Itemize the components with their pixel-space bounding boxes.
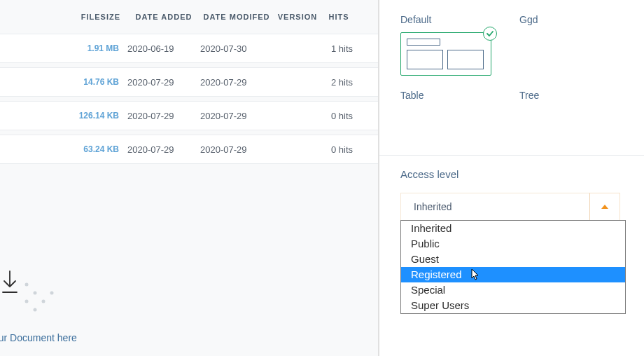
cell-filesize[interactable]: 126.14 KB	[0, 111, 127, 121]
select-option[interactable]: Special	[401, 282, 625, 298]
decorative-dots	[20, 256, 76, 313]
theme-label-default: Default	[400, 14, 491, 25]
cell-date-modified: 2020-07-29	[200, 144, 273, 155]
col-filesize[interactable]: FILESIZE	[0, 13, 127, 21]
settings-panel: Default Ggd Table	[379, 0, 644, 356]
theme-card-table[interactable]	[400, 108, 491, 139]
caret-up-icon	[601, 205, 608, 209]
cursor-icon	[471, 268, 481, 281]
cell-hits: 2 hits	[322, 77, 364, 88]
select-caret-button[interactable]	[589, 193, 620, 221]
theme-card-ggd[interactable]	[519, 32, 610, 70]
select-option[interactable]: Public	[401, 236, 625, 252]
cell-filesize[interactable]: 1.91 MB	[0, 43, 127, 53]
svg-point-2	[34, 292, 37, 295]
theme-label-table: Table	[400, 90, 491, 101]
cell-date-added: 2020-06-19	[127, 43, 200, 54]
col-version[interactable]: VERSION	[273, 13, 322, 21]
cell-hits: 0 hits	[322, 111, 364, 121]
cell-filesize[interactable]: 63.24 KB	[0, 144, 127, 154]
table-row[interactable]: 63.24 KB2020-07-292020-07-290 hits	[0, 135, 378, 164]
section-divider	[379, 155, 644, 156]
cell-date-added: 2020-07-29	[127, 77, 200, 88]
table-row[interactable]: 126.14 KB2020-07-292020-07-290 hits	[0, 101, 378, 130]
cell-date-modified: 2020-07-30	[200, 43, 273, 54]
svg-point-3	[25, 283, 29, 287]
table-row[interactable]: 1.91 MB2020-06-192020-07-301 hits	[0, 34, 378, 63]
col-date-modified[interactable]: DATE MODIFED	[200, 13, 273, 21]
select-option[interactable]: Super Users	[401, 298, 625, 313]
table-row[interactable]: 14.76 KB2020-07-292020-07-292 hits	[0, 67, 378, 97]
cell-date-added: 2020-07-29	[127, 111, 200, 121]
svg-point-1	[25, 300, 29, 303]
cell-date-modified: 2020-07-29	[200, 77, 273, 88]
access-level-select[interactable]: Inherited InheritedPublicGuestRegistered…	[400, 193, 617, 221]
cell-hits: 1 hits	[322, 43, 364, 54]
svg-point-4	[42, 300, 46, 303]
select-value[interactable]: Inherited	[400, 193, 596, 221]
cell-date-modified: 2020-07-29	[200, 111, 273, 121]
cell-filesize[interactable]: 14.76 KB	[0, 77, 127, 87]
select-option[interactable]: Inherited	[401, 221, 625, 236]
theme-card-default[interactable]	[400, 32, 491, 76]
upload-drop-area[interactable]: our Document here	[0, 237, 378, 356]
theme-label-ggd: Ggd	[519, 14, 610, 25]
col-date-added[interactable]: DATE ADDED	[127, 13, 200, 21]
theme-card-tree[interactable]	[519, 108, 610, 136]
theme-label-tree: Tree	[519, 90, 610, 101]
svg-point-5	[50, 292, 54, 295]
svg-point-6	[34, 308, 37, 312]
cell-hits: 0 hits	[322, 144, 364, 155]
access-level-title: Access level	[400, 168, 644, 180]
col-hits[interactable]: HITS	[322, 13, 364, 21]
theme-chooser: Default Ggd	[400, 14, 644, 76]
select-dropdown-list[interactable]: InheritedPublicGuestRegisteredSpecialSup…	[400, 220, 626, 314]
check-icon	[483, 27, 497, 41]
file-table-panel: FILESIZE DATE ADDED DATE MODIFED VERSION…	[0, 0, 378, 356]
cell-date-added: 2020-07-29	[127, 144, 200, 155]
table-header-row: FILESIZE DATE ADDED DATE MODIFED VERSION…	[0, 0, 378, 34]
select-option[interactable]: Registered	[401, 267, 625, 282]
upload-hint-text: our Document here	[0, 332, 77, 343]
select-option[interactable]: Guest	[401, 252, 625, 267]
